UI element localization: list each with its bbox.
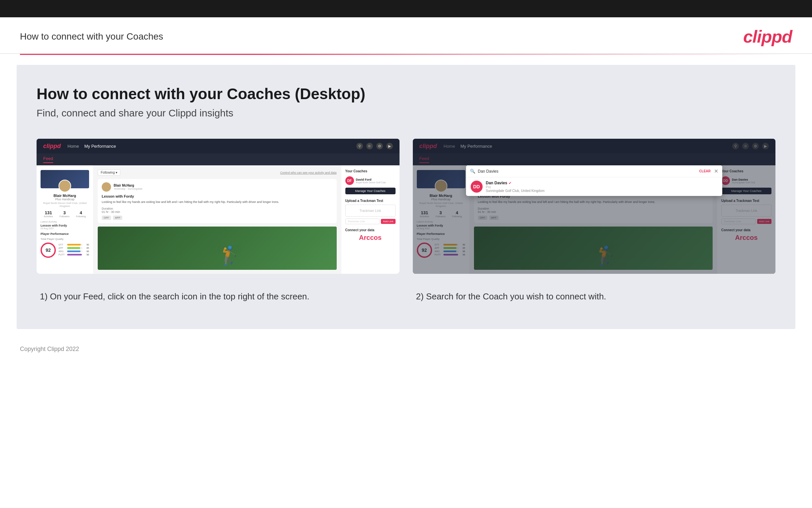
coaches-title-1: Your Coaches xyxy=(345,169,395,173)
header: How to connect with your Coaches clippd xyxy=(0,17,812,54)
app-nav-icons-1: ⚲ ⛭ ⚙ ▶ xyxy=(356,143,393,150)
steps-row: 1) On your Feed, click on the search ico… xyxy=(37,290,775,302)
profile-icon-1[interactable]: ▶ xyxy=(386,143,393,150)
post-text-1: Looking to feel like my hands are exitin… xyxy=(102,200,333,204)
coach-item-1: DF David Ford Royal North Devon Golf Clu… xyxy=(345,176,395,185)
badge-off-1: OFF xyxy=(102,216,111,220)
manage-coaches-btn-1[interactable]: Manage Your Coaches xyxy=(345,187,395,194)
control-link-1[interactable]: Control who can see your activity and da… xyxy=(280,171,337,174)
user-icon-1[interactable]: ⛭ xyxy=(366,143,373,150)
search-icon-1[interactable]: ⚲ xyxy=(356,143,363,150)
latest-activity-label-1: Latest Activity xyxy=(41,220,89,223)
post-title-1: Lesson with Fordy xyxy=(102,194,333,198)
perf-bar-putt-1: PUTT 96 xyxy=(58,254,89,256)
screenshot-1: clippd Home My Performance ⚲ ⛭ ⚙ ▶ Feed xyxy=(37,139,399,274)
nav-myperformance-1[interactable]: My Performance xyxy=(85,144,116,149)
coach2-club: Sunningdale Golf Club xyxy=(732,181,755,184)
profile-name-2: Blair McHarg xyxy=(417,194,465,198)
feed-tab-bar-1: Feed xyxy=(37,153,399,165)
post-avatar-1 xyxy=(102,182,111,192)
app-body-1: Blair McHarg Plus Handicap Royal North D… xyxy=(37,165,399,274)
perf-bars-1: OTT 90 APP 85 ARG xyxy=(58,244,89,257)
page-title: How to connect with your Coaches (Deskto… xyxy=(37,85,775,103)
app-nav-1: clippd Home My Performance ⚲ ⛭ ⚙ ▶ xyxy=(37,139,399,153)
clippd-logo: clippd xyxy=(743,27,792,47)
nav-home-2: Home xyxy=(444,144,456,149)
verified-icon: ✔ xyxy=(509,181,512,185)
stat-activities-1: 131 Activities xyxy=(44,210,53,218)
arccos-logo-1: Arccos xyxy=(345,234,395,242)
perf-bar-ott-1: OTT 90 xyxy=(58,244,89,246)
footer: Copyright Clippd 2022 xyxy=(0,339,812,359)
profile-bg-1 xyxy=(41,170,89,188)
profile-bg-2 xyxy=(417,170,465,188)
page-subtitle: Find, connect and share your Clippd insi… xyxy=(37,108,775,119)
search-input[interactable]: Dan Davies xyxy=(478,169,699,174)
profile-panel-1: Blair McHarg Plus Handicap Royal North D… xyxy=(37,165,93,274)
coach-name-1: David Ford xyxy=(356,178,386,181)
step-2-desc: 2) Search for the Coach you wish to conn… xyxy=(413,290,776,302)
trackman-box-1: Trackman Link xyxy=(345,205,395,217)
search-clear-btn[interactable]: CLEAR xyxy=(699,169,711,173)
step-1-desc: 1) On your Feed, click on the search ico… xyxy=(37,290,399,302)
feed-panel-1: Following ▾ Control who can see your act… xyxy=(93,165,341,274)
activity-title-1: Lesson with Fordy xyxy=(41,224,89,227)
stat-following-1: 4 Following xyxy=(76,210,86,218)
app-nav-icons-2: ⚲ ⛭ ⚙ ▶ xyxy=(732,143,769,150)
perf-sub-1: Total Player Quality xyxy=(41,238,89,241)
result-role: Pro xyxy=(486,185,545,189)
result-name: Dan Davies xyxy=(486,181,508,185)
copyright-text: Copyright Clippd 2022 xyxy=(20,346,79,352)
profile-name-1: Blair McHarg xyxy=(41,194,89,198)
profile-club-1: Royal North Devon Golf Club, United King… xyxy=(41,202,89,208)
settings-icon-1[interactable]: ⚙ xyxy=(376,143,383,150)
search-result-item[interactable]: DD Dan Davies ✔ Pro Sunningdale Golf Clu… xyxy=(466,177,723,196)
profile-avatar-1 xyxy=(58,180,71,192)
feed-tab-bar-2: Feed xyxy=(413,153,776,165)
golfer-image-1: 🏌️ xyxy=(218,245,241,266)
app-nav-items-2: Home My Performance xyxy=(444,144,492,149)
upload-title-1: Upload a Trackman Test xyxy=(345,199,395,203)
add-link-btn-1[interactable]: Add Link xyxy=(381,219,395,224)
player-perf-1: Player Performance Total Player Quality … xyxy=(41,232,89,258)
app-nav-items-1: Home My Performance xyxy=(67,144,116,149)
profile-handicap-1: Plus Handicap xyxy=(41,198,89,201)
nav-home-1[interactable]: Home xyxy=(67,144,79,149)
post-image-1: 🏌️ xyxy=(98,226,337,270)
app-nav-logo-2: clippd xyxy=(420,143,437,150)
screenshot-2: clippd Home My Performance ⚲ ⛭ ⚙ ▶ Feed xyxy=(413,139,776,274)
profile-avatar-2 xyxy=(435,180,447,192)
post-header-1: Blair McHarg Yesterday · Sunningdale xyxy=(102,182,333,192)
coach2-name: Dan Davies xyxy=(732,178,755,181)
app-nav-logo-1: clippd xyxy=(43,143,61,150)
connect-title-1: Connect your data xyxy=(345,228,395,232)
profile-stats-1: 131 Activities 3 Followers 4 Following xyxy=(41,210,89,218)
profile-stats-2: 131 Activities 3 Followers 4 Following xyxy=(417,210,465,218)
profile-panel-2: Blair McHarg Plus Handicap Royal North D… xyxy=(413,165,469,274)
profile-handicap-2: Plus Handicap xyxy=(417,198,465,201)
coach-avatar-1: DF xyxy=(345,176,354,185)
feed-tab-1[interactable]: Feed xyxy=(43,156,53,163)
following-row-1: Following ▾ Control who can see your act… xyxy=(98,169,337,176)
app-nav-2: clippd Home My Performance ⚲ ⛭ ⚙ ▶ xyxy=(413,139,776,153)
header-title: How to connect with your Coaches xyxy=(20,31,163,42)
settings-icon-2: ⚙ xyxy=(752,143,759,150)
following-button-1[interactable]: Following ▾ xyxy=(98,169,120,176)
trackman-input-1[interactable]: Trackman Link xyxy=(345,219,380,224)
perf-bar-arg-1: ARG 86 xyxy=(58,250,89,253)
result-club: Sunningdale Golf Club, United Kingdom xyxy=(486,189,545,193)
nav-myperformance-2: My Performance xyxy=(460,144,492,149)
search-bar-icon: 🔍 xyxy=(470,169,475,174)
stat-followers-1: 3 Followers xyxy=(59,210,69,218)
search-overlay: 🔍 Dan Davies CLEAR ✕ DD Dan Davies ✔ Pro… xyxy=(466,165,723,196)
perf-gauge-row-1: 92 OTT 90 APP 85 xyxy=(41,243,89,258)
user-icon-2: ⛭ xyxy=(742,143,749,150)
screenshot-2-bg: clippd Home My Performance ⚲ ⛭ ⚙ ▶ Feed xyxy=(413,139,776,274)
search-close-btn[interactable]: ✕ xyxy=(714,168,718,174)
search-icon-2: ⚲ xyxy=(732,143,739,150)
badge-app-1: APP xyxy=(113,216,122,220)
coaches-panel-1: Your Coaches DF David Ford Royal North D… xyxy=(341,165,399,274)
trackman-row-1: Trackman Link Add Link xyxy=(345,219,395,224)
perf-gauge-1: 92 xyxy=(41,243,56,258)
step-2-text: 2) Search for the Coach you wish to conn… xyxy=(416,290,772,302)
